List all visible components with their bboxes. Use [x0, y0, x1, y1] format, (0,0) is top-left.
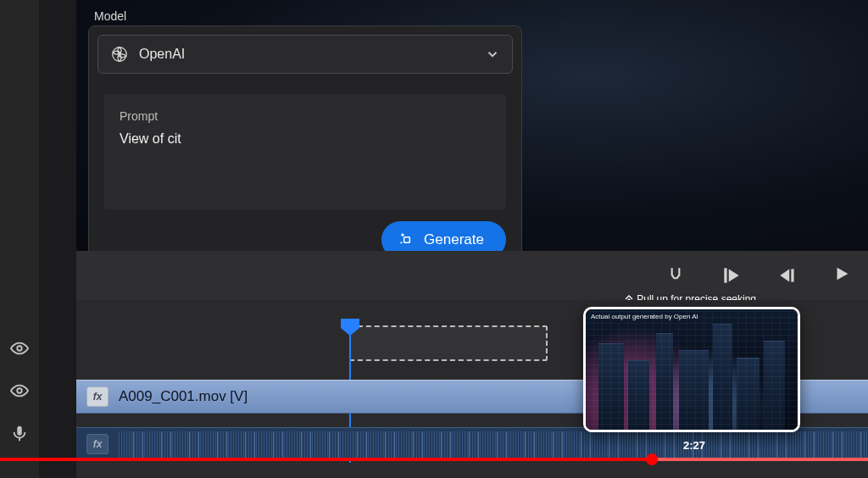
panel-gutter — [39, 0, 76, 478]
left-icon-strip — [0, 0, 39, 478]
go-to-previous-marker-icon[interactable] — [721, 264, 743, 286]
svg-marker-8 — [780, 269, 789, 281]
visibility-eye-icon[interactable] — [10, 339, 29, 358]
chevron-down-icon — [485, 47, 500, 62]
audio-waveform — [119, 431, 868, 459]
svg-rect-2 — [17, 426, 22, 436]
svg-marker-7 — [729, 269, 739, 281]
step-back-icon[interactable] — [776, 264, 798, 286]
progress-remaining — [652, 458, 868, 461]
visibility-eye-icon[interactable] — [10, 381, 29, 400]
prompt-input[interactable]: View of cit — [120, 131, 491, 172]
svg-rect-6 — [724, 268, 726, 282]
player-controls: Pull up for precise seeking — [76, 251, 868, 300]
seek-time: 2:27 — [683, 439, 705, 452]
progress-handle[interactable] — [646, 453, 658, 465]
audio-track[interactable]: fx — [76, 427, 868, 461]
fx-badge[interactable]: fx — [86, 386, 108, 407]
svg-point-1 — [17, 388, 22, 393]
generative-placeholder-clip[interactable] — [349, 325, 548, 361]
model-selected-value: OpenAI — [139, 47, 185, 62]
mark-in-out-icon[interactable] — [665, 264, 687, 286]
fx-badge[interactable]: fx — [86, 434, 108, 454]
seek-thumbnail[interactable]: Actual output generated by Open AI — [583, 307, 800, 432]
generate-button-label: Generate — [424, 231, 484, 248]
thumbnail-image — [586, 309, 798, 430]
svg-point-0 — [17, 346, 22, 351]
microphone-icon[interactable] — [10, 424, 29, 442]
model-select[interactable]: OpenAI — [97, 35, 513, 74]
svg-rect-9 — [791, 269, 793, 281]
prompt-label: Prompt — [120, 109, 491, 123]
model-field-label: Model — [94, 9, 126, 23]
video-clip-name: A009_C001.mov [V] — [119, 388, 248, 405]
thumbnail-caption: Actual output generated by Open AI — [591, 313, 698, 320]
prompt-box: Prompt View of cit — [104, 94, 506, 209]
svg-marker-10 — [837, 268, 849, 281]
progress-bar[interactable] — [0, 458, 868, 461]
openai-logo-icon — [110, 45, 129, 64]
svg-rect-5 — [404, 237, 410, 243]
generative-ai-panel: Model OpenAI Prompt View of cit Generate — [88, 25, 522, 271]
sparkle-icon — [398, 231, 415, 248]
play-button-icon[interactable] — [832, 264, 851, 286]
